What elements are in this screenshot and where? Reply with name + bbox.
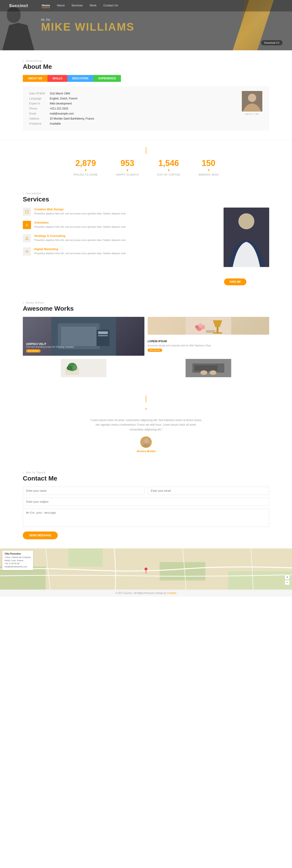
work-badge[interactable]: BRANDING: [26, 349, 41, 352]
svg-marker-4: [26, 237, 28, 240]
table-row: Expert In Web development: [27, 101, 233, 106]
stats-row: 2,879 ✦ PROJECTS DONE 953 ✦ HAPPY CLIENT…: [23, 158, 269, 176]
hire-me-button[interactable]: HIRE ME: [224, 278, 246, 285]
tab-education[interactable]: EDUCATION: [67, 75, 93, 82]
stat-number: 953: [116, 158, 139, 168]
work-item-description: Accessory design and corporate style for…: [148, 344, 269, 347]
star-icon: ✦: [198, 168, 218, 173]
about-photo-box: ABOUT ME: [240, 91, 265, 126]
list-item: Creative Web Design Phasellus dapibus fe…: [23, 208, 214, 216]
nav-brand[interactable]: Succinct: [9, 3, 28, 8]
work-item-title: LOREM IPSUM: [148, 340, 269, 343]
works-grid: ADIPISCI VELIT Font and branding project…: [23, 317, 269, 356]
work-image-large: ADIPISCI VELIT Font and branding project…: [23, 317, 144, 356]
hero-text-block: Hi, I'm MIKE WILLIAMS: [0, 18, 135, 32]
send-message-button[interactable]: SEND MESSAGE: [23, 531, 58, 539]
service-icon: [23, 234, 31, 242]
svg-rect-12: [98, 335, 108, 336]
contact-section: | Get In Touch Contact Me SEND MESSAGE: [0, 462, 292, 549]
service-desc: Phasellus dapibus felis elit, sed accums…: [34, 251, 126, 255]
service-icon: A: [23, 221, 31, 229]
map-zoom-controls: + −: [285, 575, 290, 585]
svg-point-33: [144, 439, 149, 443]
contact-name-input[interactable]: [23, 487, 145, 495]
download-cv-button[interactable]: Download CV: [261, 40, 283, 46]
service-content: Strategy & Consulting Phasellus dapibus …: [34, 234, 126, 242]
service-content: Digital Marketing Phasellus dapibus feli…: [34, 247, 126, 255]
star-icon: ✦: [116, 168, 139, 173]
work-item-desc-block: LOREM IPSUM Accessory design and corpora…: [148, 338, 269, 354]
svg-point-39: [144, 567, 148, 571]
work-overlay: ADIPISCI VELIT Font and branding project…: [26, 342, 74, 352]
works-section-title: Awesome Works: [23, 305, 269, 312]
service-title: Creative Web Design: [34, 208, 126, 211]
service-content: Creative Web Design Phasellus dapibus fe…: [34, 208, 126, 216]
contact-section-label: | Get In Touch: [23, 471, 269, 474]
works-section-label: | Some Effort: [23, 301, 269, 304]
about-photo-label: ABOUT ME: [240, 113, 265, 115]
services-person-photo: [224, 208, 269, 267]
table-row: Phone +011 222 3333: [27, 106, 233, 111]
service-icon: M: [23, 247, 31, 255]
tab-about-me[interactable]: ABOUT ME: [23, 75, 47, 82]
field-label: Language: [27, 96, 48, 101]
svg-rect-21: [206, 330, 215, 333]
stats-divider: [146, 147, 146, 154]
contact-section-title: Contact Me: [23, 475, 269, 482]
work-item-flowers[interactable]: [148, 317, 269, 335]
star-icon: ✦: [73, 168, 98, 173]
svg-point-6: [239, 213, 254, 229]
nav-home[interactable]: Home: [42, 4, 50, 8]
work-item-badge[interactable]: BRANDING: [148, 349, 162, 352]
svg-rect-35: [0, 567, 46, 590]
field-value: +011 222 3333: [48, 106, 233, 111]
svg-point-16: [195, 325, 199, 329]
works-right-column: LOREM IPSUM Accessory design and corpora…: [148, 317, 269, 356]
works-section: | Some Effort Awesome Works ADIPISCI VEL…: [0, 292, 292, 386]
footer-link[interactable]: Colorlibor: [167, 592, 177, 594]
hero-last-name: WILLIAMS: [75, 21, 134, 33]
svg-rect-38: [228, 571, 292, 590]
nav-services[interactable]: Services: [71, 4, 83, 8]
stat-coffee: 1,546 ✦ CUP OF COFFEE: [157, 158, 180, 176]
svg-rect-3: [26, 210, 28, 213]
service-desc: Phasellus dapibus felis elit, sed accums…: [34, 225, 126, 229]
quote-icon: ": [23, 407, 269, 414]
services-section-label: | Incredible: [23, 192, 269, 195]
works-bottom-row: [23, 359, 269, 377]
work-item-large[interactable]: ADIPISCI VELIT Font and branding project…: [23, 317, 144, 356]
nav-about[interactable]: About: [57, 4, 65, 8]
stat-number: 1,546: [157, 158, 180, 168]
work-image-flowers: [148, 317, 269, 335]
tab-skills[interactable]: SKILLS: [47, 75, 67, 82]
contact-subject-input[interactable]: [23, 498, 269, 506]
field-value: Available: [48, 121, 233, 126]
label-accent: |: [23, 59, 24, 62]
svg-rect-37: [160, 562, 205, 581]
field-value: English, Dutch, French: [48, 96, 233, 101]
svg-rect-19: [217, 327, 219, 333]
hire-button-container: HIRE ME: [0, 276, 292, 292]
contact-email-input[interactable]: [147, 487, 269, 495]
hero-first-name: MIKE: [41, 21, 71, 33]
map-zoom-in-button[interactable]: +: [285, 575, 290, 580]
about-info-table: Date Of Birth 31st March 1984 Language E…: [27, 91, 233, 126]
svg-point-30: [200, 370, 207, 375]
stat-awards: 150 ✦ AWARDS WON: [198, 158, 218, 176]
testimonial-section: " "Lorem ipsum dolor sit amet, consectet…: [0, 386, 292, 462]
service-content: Animation Phasellus dapibus felis elit, …: [34, 221, 126, 229]
work-item-typing[interactable]: [148, 359, 269, 377]
field-label: Address: [27, 116, 48, 121]
list-item: M Digital Marketing Phasellus dapibus fe…: [23, 247, 214, 255]
nav-contact[interactable]: Contact Us: [103, 4, 118, 8]
tab-experience[interactable]: EXPERIENCE: [93, 75, 121, 82]
map-background: Villa Florentine 2 Mon. Chemin de Couber…: [0, 549, 292, 590]
hero-name: MIKE WILLIAMS: [41, 22, 135, 32]
nav-work[interactable]: Work: [90, 4, 97, 8]
star-icon: ✦: [157, 168, 180, 173]
map-zoom-out-button[interactable]: −: [285, 580, 290, 585]
contact-message-input[interactable]: [23, 509, 269, 527]
field-value: mail@example.com: [48, 111, 233, 116]
contact-form: SEND MESSAGE: [23, 487, 269, 539]
work-item-plant[interactable]: [23, 359, 144, 377]
